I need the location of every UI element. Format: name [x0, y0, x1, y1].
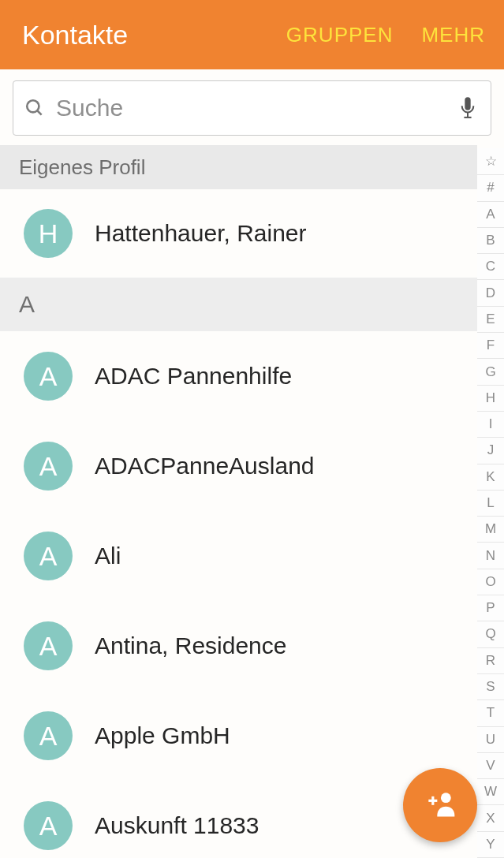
index-letter[interactable]: P [477, 595, 504, 621]
search-container: Suche [0, 69, 504, 145]
index-letter[interactable]: K [477, 464, 504, 490]
index-letter[interactable]: Q [477, 621, 504, 647]
list-item[interactable]: AAntina, Residence [0, 601, 477, 691]
profile-row[interactable]: H Hattenhauer, Rainer [0, 189, 477, 278]
add-contact-button[interactable] [403, 768, 477, 842]
contact-name: Hattenhauer, Rainer [95, 220, 307, 247]
index-letter[interactable]: B [477, 227, 504, 253]
contact-name: Ali [95, 543, 121, 569]
index-letter[interactable]: I [477, 411, 504, 437]
more-button[interactable]: MEHR [421, 23, 485, 47]
index-letter[interactable]: W [477, 778, 504, 804]
app-header: Kontakte GRUPPEN MEHR [0, 0, 504, 69]
index-letter[interactable]: D [477, 279, 504, 305]
index-letter[interactable]: F [477, 332, 504, 358]
contact-name: ADACPanneAusland [95, 453, 315, 479]
index-letter[interactable]: E [477, 306, 504, 332]
avatar: A [24, 532, 73, 580]
list-item[interactable]: AAli [0, 511, 477, 601]
index-letter[interactable]: R [477, 647, 504, 673]
index-letter[interactable]: G [477, 358, 504, 384]
avatar: A [24, 621, 73, 670]
index-letter[interactable]: L [477, 490, 504, 516]
avatar: A [24, 442, 73, 491]
contact-name: Auskunft 11833 [95, 812, 259, 839]
contact-list[interactable]: Eigenes Profil H Hattenhauer, Rainer A A… [0, 145, 477, 858]
header-actions: GRUPPEN MEHR [286, 23, 485, 47]
index-letter[interactable]: A [477, 201, 504, 227]
svg-line-1 [37, 110, 41, 114]
list-item[interactable]: AADAC Pannenhilfe [0, 331, 477, 421]
svg-point-7 [441, 793, 451, 803]
index-letter[interactable]: Y [477, 831, 504, 857]
index-letter[interactable]: ☆ [477, 148, 504, 174]
add-person-icon [423, 786, 457, 824]
alphabet-index[interactable]: ☆#ABCDEFGHIJKLMNOPQRSTUVWXYZ [477, 148, 504, 858]
mic-icon[interactable] [459, 95, 476, 121]
index-letter[interactable]: # [477, 174, 504, 200]
index-letter[interactable]: O [477, 569, 504, 595]
index-letter[interactable]: S [477, 673, 504, 699]
avatar: A [24, 801, 73, 850]
index-letter[interactable]: M [477, 516, 504, 542]
search-placeholder: Suche [56, 95, 459, 121]
contact-name: Antina, Residence [95, 632, 287, 659]
avatar: A [24, 352, 73, 401]
index-letter[interactable]: U [477, 726, 504, 752]
section-header-a: A [0, 278, 477, 331]
avatar: A [24, 711, 73, 760]
search-input[interactable]: Suche [13, 80, 491, 136]
index-letter[interactable]: X [477, 804, 504, 830]
contact-name: ADAC Pannenhilfe [95, 363, 292, 390]
list-item[interactable]: AApple GmbH [0, 691, 477, 781]
index-letter[interactable]: T [477, 699, 504, 726]
contact-name: Apple GmbH [95, 722, 230, 749]
avatar: H [24, 209, 73, 258]
search-icon [24, 98, 45, 118]
index-letter[interactable]: N [477, 542, 504, 568]
svg-rect-2 [465, 97, 470, 110]
contacts-app: Kontakte GRUPPEN MEHR Suche [0, 0, 504, 858]
section-header-profile: Eigenes Profil [0, 145, 477, 189]
groups-button[interactable]: GRUPPEN [286, 23, 394, 47]
svg-point-0 [27, 100, 39, 112]
index-letter[interactable]: H [477, 385, 504, 411]
list-item[interactable]: AADACPanneAusland [0, 421, 477, 511]
index-letter[interactable]: V [477, 752, 504, 778]
index-letter[interactable]: C [477, 253, 504, 279]
page-title: Kontakte [22, 20, 286, 50]
index-letter[interactable]: J [477, 437, 504, 463]
